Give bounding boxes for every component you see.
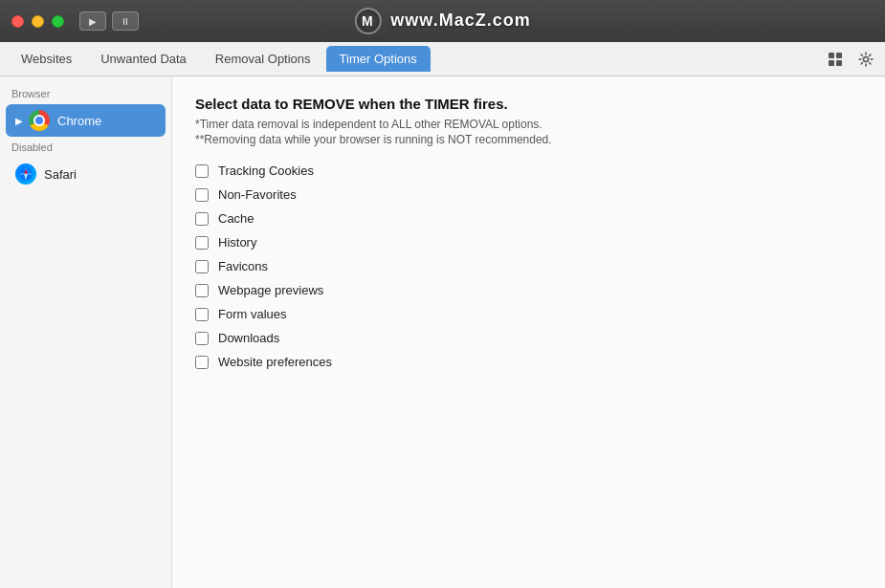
maximize-button[interactable]	[52, 15, 64, 28]
checkbox-label-downloads: Downloads	[218, 331, 279, 345]
sidebar-item-safari[interactable]: Safari	[6, 158, 166, 190]
checkbox-label-tracking-cookies: Tracking Cookies	[218, 163, 314, 178]
tab-websites[interactable]: Websites	[8, 46, 85, 72]
checkbox-item-favicons[interactable]: Favicons	[195, 259, 862, 273]
svg-rect-0	[829, 53, 834, 58]
minimize-button[interactable]	[32, 15, 44, 28]
checkbox-webpage-previews[interactable]	[195, 284, 209, 297]
checkbox-website-preferences[interactable]	[195, 356, 209, 369]
checkbox-item-cache[interactable]: Cache	[195, 211, 862, 226]
play-button[interactable]: ▶	[79, 11, 106, 31]
checkbox-cache[interactable]	[195, 212, 209, 226]
safari-label: Safari	[44, 167, 77, 182]
sidebar-browser-label: Browser	[0, 84, 171, 103]
gear-icon[interactable]	[854, 48, 877, 71]
chrome-icon	[29, 110, 50, 131]
checkbox-label-favicons: Favicons	[218, 259, 268, 273]
close-button[interactable]	[11, 15, 24, 28]
grid-icon[interactable]	[824, 48, 847, 71]
content-note1: *Timer data removal is independent to AL…	[195, 118, 862, 131]
pause-button[interactable]: ⏸	[112, 11, 139, 31]
svg-rect-3	[836, 60, 842, 66]
tab-timer-options[interactable]: Timer Options	[326, 46, 431, 72]
titlebar: ▶ ⏸ M www.MacZ.com	[0, 0, 885, 42]
checkbox-label-non-favorites: Non-Favorites	[218, 187, 297, 202]
checkbox-label-history: History	[218, 235, 256, 250]
svg-rect-2	[829, 60, 834, 66]
sidebar-disabled-label: Disabled	[0, 138, 171, 157]
checkbox-list: Tracking CookiesNon-FavoritesCacheHistor…	[195, 163, 862, 369]
checkbox-non-favorites[interactable]	[195, 188, 209, 202]
checkbox-item-downloads[interactable]: Downloads	[195, 331, 862, 345]
checkbox-item-history[interactable]: History	[195, 235, 862, 250]
content-area: Select data to REMOVE when the TIMER fir…	[172, 76, 885, 588]
tab-removal-options[interactable]: Removal Options	[202, 46, 324, 72]
sidebar: Browser ▶ Chrome Disabled	[0, 76, 172, 588]
checkbox-form-values[interactable]	[195, 308, 209, 321]
checkbox-item-website-preferences[interactable]: Website preferences	[195, 355, 862, 369]
svg-point-4	[864, 56, 869, 61]
logo-text: www.MacZ.com	[390, 11, 530, 30]
tabbar: Websites Unwanted Data Removal Options T…	[0, 42, 885, 76]
chrome-label: Chrome	[57, 114, 101, 128]
tab-unwanted-data[interactable]: Unwanted Data	[87, 46, 200, 72]
window-controls	[11, 15, 64, 28]
checkbox-label-cache: Cache	[218, 211, 254, 226]
svg-rect-1	[836, 53, 842, 58]
checkbox-tracking-cookies[interactable]	[195, 164, 209, 178]
safari-icon	[15, 163, 36, 185]
checkbox-label-website-preferences: Website preferences	[218, 355, 332, 369]
checkbox-item-webpage-previews[interactable]: Webpage previews	[195, 283, 862, 297]
sidebar-item-chrome[interactable]: ▶ Chrome	[6, 104, 166, 137]
main-layout: Browser ▶ Chrome Disabled	[0, 76, 885, 588]
checkbox-item-form-values[interactable]: Form values	[195, 307, 862, 321]
logo-icon: M	[354, 8, 381, 34]
content-heading: Select data to REMOVE when the TIMER fir…	[195, 96, 862, 112]
app-logo: M www.MacZ.com	[354, 8, 530, 34]
tabbar-icons	[824, 48, 877, 71]
checkbox-history[interactable]	[195, 236, 209, 250]
checkbox-favicons[interactable]	[195, 260, 209, 273]
checkbox-label-form-values: Form values	[218, 307, 287, 321]
titlebar-controls: ▶ ⏸	[79, 11, 139, 31]
checkbox-label-webpage-previews: Webpage previews	[218, 283, 323, 297]
checkbox-item-tracking-cookies[interactable]: Tracking Cookies	[195, 163, 862, 178]
play-icon: ▶	[15, 116, 23, 126]
content-note2: **Removing data while your browser is ru…	[195, 133, 862, 146]
checkbox-item-non-favorites[interactable]: Non-Favorites	[195, 187, 862, 202]
checkbox-downloads[interactable]	[195, 332, 209, 345]
